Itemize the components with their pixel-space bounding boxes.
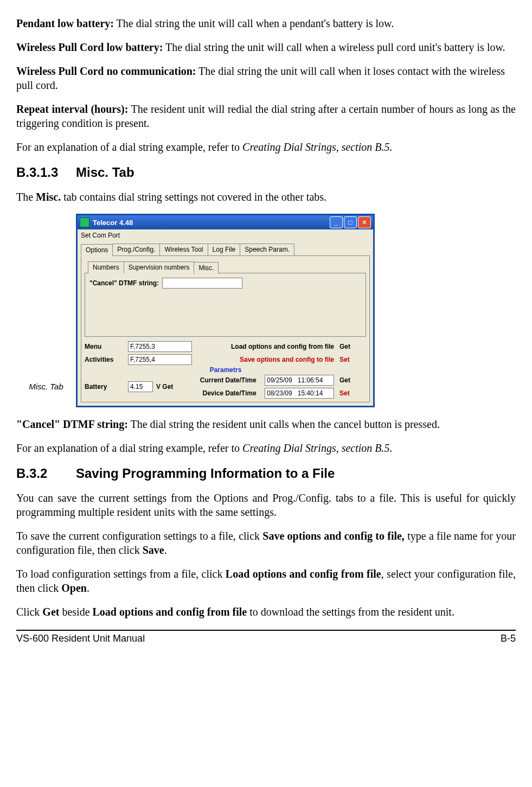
battery-input[interactable] [128, 381, 153, 392]
t2: beside [59, 606, 92, 618]
figure-caption: Misc. Tab [16, 382, 76, 407]
bottom-grid: Menu Load options and config from file G… [85, 341, 366, 399]
figure-misc-tab: Misc. Tab Telecor 4.48 _ □ × Set Com Por… [16, 214, 516, 407]
maximize-button[interactable]: □ [344, 216, 357, 228]
activities-label: Activities [85, 356, 128, 363]
desc: The dial string the resident unit calls … [128, 418, 440, 430]
para-cancel-dtmf: "Cancel" DTMF string: The dial string th… [16, 417, 516, 431]
term: Wireless Pull Cord no communication: [16, 65, 196, 77]
term: Repeat interval (hours): [16, 103, 128, 115]
text-pre: For an explanation of a dial string exam… [16, 442, 242, 454]
menu-set-com-port[interactable]: Set Com Port [78, 229, 373, 241]
load-options-link[interactable]: Load options and config from file [198, 343, 339, 350]
menu-label: Menu [85, 343, 128, 350]
tab-options[interactable]: Options [81, 244, 113, 256]
text-bold: Misc. [36, 191, 61, 203]
window-title: Telecor 4.48 [93, 219, 330, 227]
save-options-link[interactable]: Save options and config to file [198, 356, 339, 363]
desc: The dial string the unit will call when … [163, 41, 505, 53]
para-repeat-interval: Repeat interval (hours): The resident un… [16, 102, 516, 130]
text-ital: Creating Dial Strings, section B.5. [242, 442, 392, 454]
page-footer: VS-600 Resident Unit Manual B-5 [16, 630, 516, 644]
current-datetime-label: Current Date/Time [200, 376, 257, 384]
app-icon [80, 217, 89, 227]
activities-input[interactable] [128, 354, 192, 365]
para-load-instructions: To load configuration settings from a fi… [16, 567, 516, 595]
section-title: Saving Programming Information to a File [76, 466, 335, 481]
tab-log-file[interactable]: Log File [208, 244, 241, 255]
set-button-2[interactable]: Set [339, 389, 367, 397]
para-wireless-pull-no-comm: Wireless Pull Cord no communication: The… [16, 64, 516, 92]
section-title: Misc. Tab [76, 165, 134, 180]
para-dial-string-ref-1: For an explanation of a dial string exam… [16, 140, 516, 154]
b2: Load options and config from file [93, 606, 247, 618]
b1: Get [42, 606, 59, 618]
term: Wireless Pull Cord low battery: [16, 41, 163, 53]
para-dial-string-ref-2: For an explanation of a dial string exam… [16, 441, 516, 455]
misc-panel: "Cancel" DTMF string: [85, 273, 366, 337]
section-number: B.3.2 [16, 466, 76, 481]
set-button-1[interactable]: Set [339, 356, 367, 363]
get-button-2[interactable]: Get [339, 376, 367, 384]
tab-numbers[interactable]: Numbers [88, 261, 124, 273]
parametrs-label: Parametrs [85, 366, 367, 374]
tab-misc[interactable]: Misc. [194, 262, 219, 274]
text-pre: The [16, 191, 36, 203]
para-save-intro: You can save the current settings from t… [16, 491, 516, 519]
inner-tabs: Numbers Supervision numbers Misc. [85, 259, 366, 273]
minimize-button[interactable]: _ [330, 216, 343, 228]
para-save-instructions: To save the current configuration settin… [16, 529, 516, 557]
tab-wireless-tool[interactable]: Wireless Tool [159, 244, 208, 255]
titlebar[interactable]: Telecor 4.48 _ □ × [78, 215, 373, 229]
device-datetime-label: Device Date/Time [202, 389, 256, 397]
t3: to download the settings from the reside… [247, 606, 454, 618]
b1: Load options and config from file [226, 568, 381, 580]
text-pre: For an explanation of a dial string exam… [16, 141, 242, 153]
close-button[interactable]: × [358, 216, 371, 228]
b2: Open [61, 582, 87, 594]
para-misc-tab-intro: The Misc. tab contains dial string setti… [16, 190, 516, 204]
get-button-1[interactable]: Get [339, 343, 367, 350]
b2: Save [143, 544, 164, 556]
device-datetime-input[interactable] [265, 388, 334, 399]
heading-saving-info: B.3.2Saving Programming Information to a… [16, 466, 516, 481]
t1: To load configuration settings from a fi… [16, 568, 226, 580]
battery-unit[interactable]: V Get [156, 383, 173, 391]
footer-left: VS-600 Resident Unit Manual [16, 633, 145, 644]
t3: . [164, 544, 167, 556]
text-post: tab contains dial string settings not co… [61, 191, 326, 203]
outer-tabs: Options Prog./Config. Wireless Tool Log … [78, 241, 373, 255]
outer-panel: Numbers Supervision numbers Misc. "Cance… [81, 255, 370, 402]
t1: To save the current configuration settin… [16, 530, 262, 542]
tab-prog-config[interactable]: Prog./Config. [112, 244, 160, 255]
t3: . [87, 582, 89, 594]
text-ital: Creating Dial Strings, section B.5. [242, 141, 392, 153]
current-datetime-input[interactable] [265, 375, 334, 386]
desc: The dial string the unit will call when … [114, 17, 394, 29]
cancel-dtmf-label: "Cancel" DTMF string: [89, 279, 159, 287]
cancel-dtmf-input[interactable] [162, 278, 242, 289]
term: Pendant low battery: [16, 17, 114, 29]
battery-label: Battery [85, 383, 128, 391]
term: "Cancel" DTMF string: [16, 418, 128, 430]
b1: Save options and config to file, [262, 530, 405, 542]
tab-supervision-numbers[interactable]: Supervision numbers [124, 261, 195, 273]
section-number: B.3.1.3 [16, 165, 76, 180]
heading-misc-tab: B.3.1.3Misc. Tab [16, 165, 516, 180]
para-wireless-pull-low-battery: Wireless Pull Cord low battery: The dial… [16, 40, 516, 54]
para-pendant-low-battery: Pendant low battery: The dial string the… [16, 16, 516, 30]
para-get-instructions: Click Get beside Load options and config… [16, 605, 516, 619]
tab-speech-param[interactable]: Speech Param. [240, 244, 294, 255]
footer-right: B-5 [501, 633, 516, 644]
t1: Click [16, 606, 42, 618]
menu-input[interactable] [128, 341, 192, 352]
app-window: Telecor 4.48 _ □ × Set Com Port Options … [76, 214, 375, 407]
